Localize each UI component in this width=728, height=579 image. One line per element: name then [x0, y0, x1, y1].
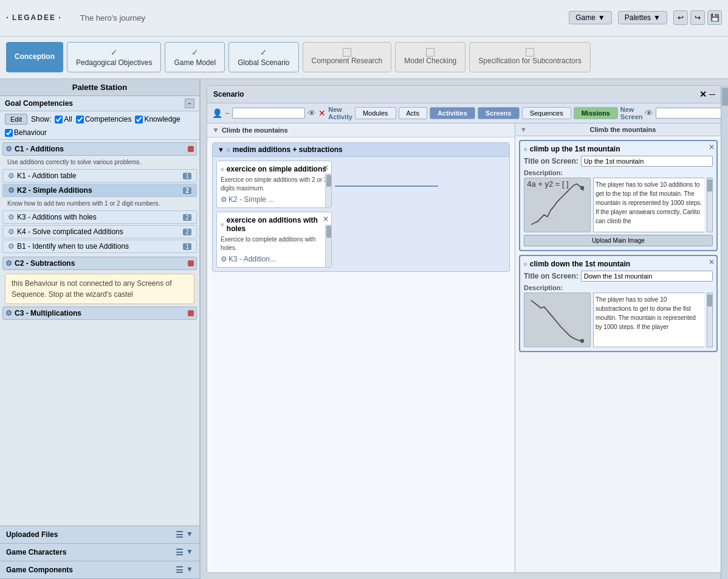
- tab-game-model[interactable]: ✓ Game Model: [165, 42, 225, 72]
- group-drag-icon: ≡: [227, 147, 230, 153]
- k4-item[interactable]: ⚙ K4 - Solve complicated Additions 2: [2, 225, 197, 238]
- redo-btn[interactable]: ↪: [690, 10, 705, 25]
- undo-btn[interactable]: ↩: [673, 10, 688, 25]
- uploaded-files-section[interactable]: Uploaded Files ☰ ▼: [0, 526, 199, 544]
- collapse-btn[interactable]: −: [185, 99, 194, 108]
- k1-badge: 1: [183, 173, 191, 179]
- tab-conception[interactable]: Conception: [6, 42, 63, 72]
- c2-label: C2 - Subtractions: [15, 259, 75, 268]
- screen-filter-icon: ▼: [520, 126, 527, 133]
- k3-item[interactable]: ⚙ K3 - Additions with holes 2: [2, 210, 197, 224]
- new-screen-eye-icon[interactable]: 👁: [645, 108, 653, 118]
- check-competencies[interactable]: Competencies: [76, 115, 132, 123]
- check-competencies-input[interactable]: [76, 116, 84, 123]
- check-behaviour-text: Behaviour: [14, 128, 47, 137]
- check-behaviour[interactable]: Behaviour: [5, 128, 47, 137]
- mountain-down-svg: [524, 293, 590, 347]
- game-characters-expand-icon: ▼: [186, 547, 193, 557]
- c2-icon: ⚙: [5, 259, 12, 268]
- sc2-title-input[interactable]: [581, 271, 713, 282]
- sc2-text-scrollbar: [707, 293, 713, 347]
- check-behaviour-input[interactable]: [5, 129, 13, 137]
- new-activity-minus-icon[interactable]: −: [225, 108, 230, 118]
- scenario-panel: Scenario ─ ✕ 👤 − 👁 ✕ New Activity Module…: [207, 85, 722, 573]
- tab-pedagogical[interactable]: ✓ Pedagogical Objectives: [67, 42, 161, 72]
- sc1-text-area[interactable]: The player has to solve 10 additions to …: [593, 178, 704, 232]
- check-all-input[interactable]: [55, 116, 63, 123]
- new-activity-eye-icon[interactable]: 👁: [307, 108, 316, 118]
- card1-drag-icon: ≡: [221, 166, 224, 173]
- save-btn[interactable]: 💾: [707, 10, 722, 25]
- sc1-desc-area: 4a + y2 = [ ] The pla: [524, 178, 713, 232]
- svg-point-5: [580, 339, 584, 342]
- tab-activities[interactable]: Activities: [430, 107, 475, 119]
- k2-item[interactable]: ⚙ K2 - Simple Additions 2: [2, 184, 197, 197]
- scenario-body: ▼ Climb the mountains ▼ ≡ medim addition…: [207, 123, 721, 572]
- new-screen-input[interactable]: [656, 108, 722, 119]
- tab-sequences[interactable]: Sequences: [522, 107, 571, 119]
- screen-card-1: ≡ climb up the 1st mountain ✕ Title on S…: [519, 140, 718, 251]
- tab-acts[interactable]: Acts: [399, 107, 427, 119]
- c3-label: C3 - Multiplications: [15, 309, 81, 317]
- check-knowledge[interactable]: Knowledge: [135, 115, 180, 123]
- edit-btn[interactable]: Edit: [5, 114, 27, 125]
- activity-card-2: ≡ exercice on additions with holes ✕ Exe…: [216, 212, 332, 268]
- sc1-text-scrollbar: [707, 178, 713, 232]
- main-area: Palette Station Goal Competencies − Edit…: [0, 79, 728, 579]
- toolbar-icons: ↩ ↪ 💾: [673, 10, 722, 25]
- check-all[interactable]: All: [55, 115, 72, 123]
- uploaded-files-label: Uploaded Files: [6, 530, 58, 539]
- sc2-text-area[interactable]: The player has to solve 10 substractions…: [593, 293, 704, 347]
- game-components-section[interactable]: Game Components ☰ ▼: [0, 561, 199, 579]
- app-subtitle: The hero's journey: [80, 13, 563, 23]
- show-controls: Edit Show: All Competencies Knowledge Be…: [0, 111, 199, 140]
- card1-close-btn[interactable]: ✕: [323, 164, 329, 172]
- check-knowledge-input[interactable]: [135, 116, 143, 123]
- k1-item[interactable]: ⚙ K1 - Addition table 1: [2, 169, 197, 182]
- k1-label: K1 - Addition table: [17, 172, 76, 180]
- card1-scroll-thumb: [326, 175, 331, 187]
- c2-header[interactable]: ⚙ C2 - Subtractions: [2, 257, 197, 270]
- sc2-title-row: Title on Screen:: [524, 271, 713, 282]
- game-menu-btn[interactable]: Game ▼: [569, 11, 612, 24]
- game-characters-section[interactable]: Game Characters ☰ ▼: [0, 544, 199, 561]
- card2-close-btn[interactable]: ✕: [323, 215, 329, 223]
- b1-item[interactable]: ⚙ B1 - Identify when to use Additions 1: [2, 240, 197, 253]
- tab-missions[interactable]: Missions: [574, 107, 618, 119]
- card2-title: exercice on additions with holes: [227, 216, 328, 233]
- tab-model-checking[interactable]: Model Checking: [395, 42, 465, 72]
- tab-global-scenario[interactable]: ✓ Global Scenario: [228, 42, 298, 72]
- c1-header[interactable]: ⚙ C1 - Additions: [2, 142, 197, 156]
- tab-specification[interactable]: Specification for Subcontractors: [469, 42, 590, 72]
- tab-component-research[interactable]: Component Research: [303, 42, 392, 72]
- new-activity-x-icon[interactable]: ✕: [318, 108, 326, 118]
- sc1-title: climb up the 1st mountain: [530, 145, 620, 153]
- c1-description: Use additions correctly to solve various…: [2, 157, 197, 169]
- palettes-menu-label: Palettes: [625, 13, 651, 22]
- svg-point-3: [580, 186, 584, 190]
- screen-panel-scrollbar: [721, 123, 721, 572]
- screen-panel-header: ▼ Climb the mountains: [515, 123, 721, 136]
- sc1-title-input[interactable]: [581, 156, 713, 167]
- tab-modules[interactable]: Modules: [355, 107, 396, 119]
- competency-group-c3: ⚙ C3 - Multiplications: [2, 307, 197, 320]
- nav-row: Conception ✓ Pedagogical Objectives ✓ Ga…: [0, 36, 728, 78]
- game-model-label: Game Model: [174, 58, 216, 68]
- screen-card-2-header: ≡ climb down the 1st mountain: [524, 260, 713, 268]
- scenario-close-icon[interactable]: ✕: [699, 89, 707, 99]
- uploaded-files-expand-icon: ▼: [186, 530, 193, 539]
- svg-text:4a + y2 = [  ]: 4a + y2 = [ ]: [527, 179, 568, 189]
- sc2-close-btn[interactable]: ✕: [709, 258, 715, 266]
- sc1-close-btn[interactable]: ✕: [709, 143, 715, 151]
- palettes-menu-btn[interactable]: Palettes ▼: [618, 11, 667, 24]
- tab-screens[interactable]: Screens: [478, 107, 520, 119]
- game-characters-label: Game Characters: [6, 548, 66, 556]
- logo-text: LEGADEE: [12, 13, 56, 22]
- canvas-content[interactable]: ▼ ≡ medim additions + subtractions ≡ exe…: [207, 137, 515, 568]
- sc1-upload-btn[interactable]: Upload Main Image: [524, 235, 713, 246]
- game-components-expand-icon: ▼: [186, 565, 193, 575]
- c3-header[interactable]: ⚙ C3 - Multiplications: [2, 307, 197, 320]
- check-all-text: All: [64, 115, 72, 123]
- scenario-minimize-icon[interactable]: ─: [709, 89, 715, 99]
- new-activity-input[interactable]: [232, 108, 305, 119]
